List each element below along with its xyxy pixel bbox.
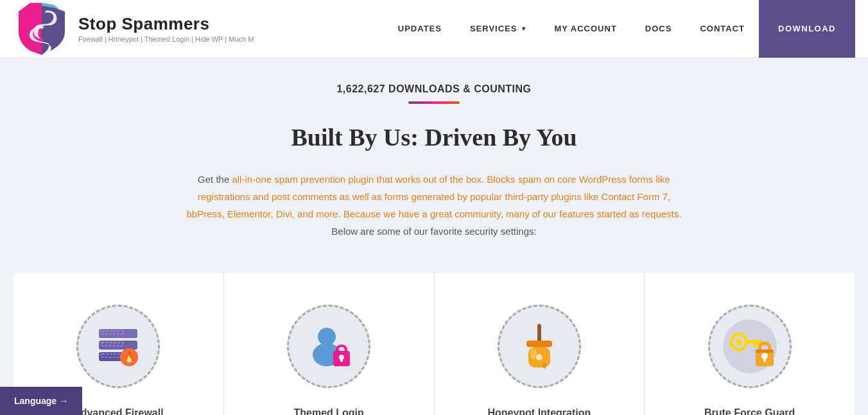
svg-point-21 [736,339,742,345]
nav-download-button[interactable]: DOWNLOAD [759,0,855,58]
feature-card-login: Themed Login [224,272,435,415]
svg-text:🔥: 🔥 [123,351,135,363]
firewall-icon: 🔥 [89,318,147,375]
brute-label: Brute Force Guard [704,407,795,415]
honeypot-icon-circle [498,305,581,388]
site-tagline: Firewall | Honeypot | Themed Login | Hid… [78,35,254,43]
svg-rect-24 [754,344,757,348]
nav-services[interactable]: SERVICES ▾ [456,0,541,58]
svg-point-17 [536,354,542,360]
svg-point-16 [530,349,537,359]
feature-card-brute: Brute Force Guard [645,272,855,415]
chevron-down-icon: ▾ [522,25,526,32]
brute-icon-circle [708,305,792,388]
site-title: Stop Spammers [78,14,254,34]
svg-point-8 [318,328,336,346]
honeypot-icon [510,318,568,375]
svg-rect-2 [99,341,137,350]
logo-icon [13,0,71,58]
language-button[interactable]: Language → [0,387,82,415]
site-header: Stop Spammers Firewall | Honeypot | Them… [0,0,868,58]
brute-icon [721,318,779,375]
gradient-divider [408,101,460,104]
svg-point-18 [542,362,546,369]
features-row: 🔥 Advanced Firewall [13,272,855,415]
main-title: Built By Us: Driven By You [13,123,855,151]
svg-rect-27 [763,357,766,362]
download-count: 1,622,627 DOWNLOADS & COUNTING [13,83,855,95]
logo-area[interactable]: Stop Spammers Firewall | Honeypot | Them… [13,0,254,58]
highlight-text: all-in-one spam prevention plugin that w… [187,174,682,219]
main-nav: UPDATES SERVICES ▾ MY ACCOUNT DOCS CONTA… [384,0,855,58]
feature-card-honeypot: Honeypot Integration [435,272,645,415]
login-icon [300,318,358,375]
svg-rect-13 [537,324,541,342]
svg-rect-28 [756,350,774,353]
svg-rect-0 [99,329,137,338]
nav-my-account[interactable]: MY ACCOUNT [540,0,630,58]
nav-updates[interactable]: UPDATES [384,0,456,58]
svg-rect-14 [526,341,552,347]
nav-contact[interactable]: CONTACT [686,0,759,58]
login-icon-circle [287,305,370,388]
nav-docs[interactable]: DOCS [631,0,686,58]
honeypot-label: Honeypot Integration [487,407,591,415]
firewall-icon-circle: 🔥 [76,305,160,388]
login-label: Themed Login [293,407,363,415]
main-content: 1,622,627 DOWNLOADS & COUNTING Built By … [0,58,868,415]
firewall-label: Advanced Firewall [73,407,164,415]
main-description: Get the all-in-one spam prevention plugi… [184,171,684,240]
svg-rect-12 [340,358,343,362]
